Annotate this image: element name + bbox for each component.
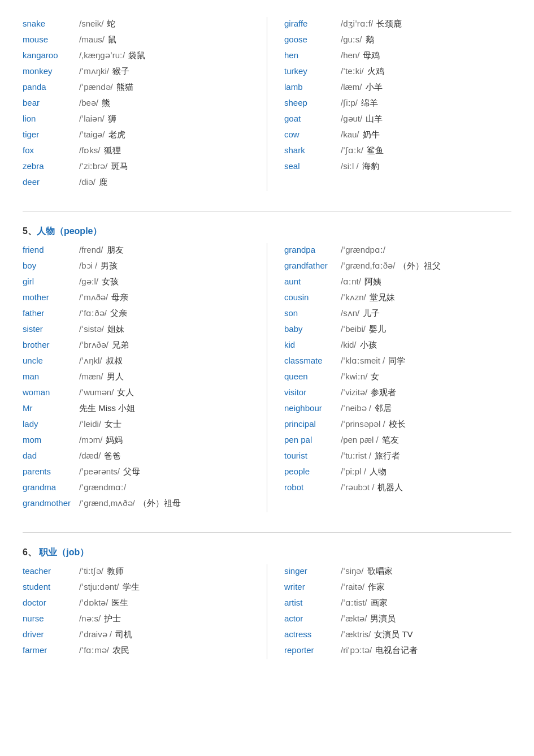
section-number: 5、 — [23, 226, 37, 236]
phonetic: /ˈæktə/ — [341, 612, 367, 625]
list-item: driver /ˈdraivə / 司机 — [23, 628, 250, 641]
list-item: dad /dæd/ 爸爸 — [23, 449, 250, 463]
word: mouse — [23, 33, 79, 46]
meaning: 女孩 — [102, 275, 119, 288]
word: seal — [284, 159, 341, 173]
phonetic: /ˈmʌðə/ — [79, 291, 108, 304]
word: giraffe — [284, 17, 341, 31]
meaning: 参观者 — [371, 386, 396, 399]
list-item: fox /fɒks/ 狐狸 — [23, 144, 250, 157]
meaning: 男人 — [107, 370, 124, 383]
word: fox — [23, 144, 79, 157]
phonetic: /ˈneibə / — [341, 401, 371, 415]
word: artist — [284, 596, 341, 610]
phonetic: /gəut/ — [341, 112, 362, 126]
word: boy — [23, 259, 79, 273]
list-item: shark /ˈʃɑːk/ 鲨鱼 — [284, 144, 511, 157]
list-item: grandma /ˈgrændmɑː/ — [23, 481, 250, 494]
meaning: 歌唱家 — [367, 564, 393, 578]
word: grandpa — [284, 243, 341, 257]
page-container: snake /sneik/ 蛇 mouse /maus/ 鼠 kangaroo … — [23, 17, 511, 671]
list-item: doctor /ˈdɒktə/ 医生 — [23, 596, 250, 610]
meaning: 鹿 — [99, 175, 107, 189]
word: hen — [284, 49, 341, 62]
word: cousin — [284, 291, 341, 304]
list-item: principal /ˈprinsəpəl / 校长 — [284, 417, 511, 431]
meaning: 长颈鹿 — [376, 17, 402, 31]
meaning: 男孩 — [101, 259, 118, 273]
list-item: classmate /ˈklɑːsmeit / 同学 — [284, 354, 511, 368]
list-item: father /ˈfɑːðə/ 父亲 — [23, 306, 250, 320]
word: friend — [23, 243, 79, 257]
list-item: baby /ˈbeibi/ 婴儿 — [284, 322, 511, 336]
phonetic: /frend/ — [79, 243, 103, 257]
section-divider — [23, 532, 511, 533]
phonetic: /dʒiˈrɑːf/ — [341, 17, 373, 31]
list-item: parents /ˈpeərənts/ 父母 — [23, 465, 250, 478]
phonetic: /gəːl/ — [79, 275, 98, 288]
phonetic: /mæn/ — [79, 370, 103, 383]
word: snake — [23, 17, 79, 31]
word: mom — [23, 433, 79, 447]
meaning: 蛇 — [107, 17, 115, 31]
phonetic: /ˈprinsəpəl / — [341, 417, 385, 431]
phonetic: /ˈklɑːsmeit / — [341, 354, 385, 368]
list-item: Mr 先生 Miss 小姐 — [23, 401, 250, 415]
animals-section: snake /sneik/ 蛇 mouse /maus/ 鼠 kangaroo … — [23, 17, 511, 191]
list-item: farmer /ˈfɑːmə/ 农民 — [23, 643, 250, 657]
word: parents — [23, 465, 79, 478]
list-item: teacher /ˈtiːtʃə/ 教师 — [23, 564, 250, 578]
meaning: 狐狸 — [104, 144, 121, 157]
phonetic: /beə/ — [79, 96, 98, 110]
list-item: man /mæn/ 男人 — [23, 370, 250, 383]
word: driver — [23, 628, 79, 641]
phonetic: /kid/ — [341, 338, 357, 352]
word: actress — [284, 628, 341, 641]
meaning: 画家 — [371, 596, 388, 610]
meaning: 兄弟 — [112, 338, 129, 352]
list-item: mother /ˈmʌðə/ 母亲 — [23, 291, 250, 304]
meaning: 女演员 TV — [374, 628, 413, 641]
word: classmate — [284, 354, 341, 368]
word: monkey — [23, 64, 79, 78]
meaning: 堂兄妹 — [370, 291, 395, 304]
section-number: 6、 — [23, 547, 37, 557]
phonetic: /ˈʃɑːk/ — [341, 144, 363, 157]
word: bear — [23, 96, 79, 110]
word: dad — [23, 449, 79, 463]
phonetic: /ˈpændə/ — [79, 80, 113, 94]
phonetic: /ˈmʌŋki/ — [79, 64, 109, 78]
people-right-column: grandpa /ˈgrændpɑː/ grandfather /ˈgrænd,… — [267, 243, 511, 512]
list-item: nurse /nəːs/ 护士 — [23, 612, 250, 625]
meaning: 母亲 — [111, 291, 128, 304]
people-left-column: friend /frend/ 朋友 boy /bɔi / 男孩 girl /gə… — [23, 243, 267, 512]
phonetic: /ˈstjuːdənt/ — [79, 580, 119, 594]
phonetic: /ˈleidi/ — [79, 417, 101, 431]
phonetic: /ˈteːki/ — [341, 64, 364, 78]
phonetic: /ˈɑːtist/ — [341, 596, 367, 610]
list-item: seal /siːl / 海豹 — [284, 159, 511, 173]
list-item: reporter /riˈpɔːtə/ 电视台记者 — [284, 643, 511, 657]
meaning: 校长 — [389, 417, 406, 431]
people-section-header: 5、人物（people） — [23, 226, 511, 237]
list-item: giraffe /dʒiˈrɑːf/ 长颈鹿 — [284, 17, 511, 31]
word: deer — [23, 175, 79, 189]
word: mother — [23, 291, 79, 304]
animals-right-column: giraffe /dʒiˈrɑːf/ 长颈鹿 goose /guːs/ 鹅 he… — [267, 17, 511, 191]
meaning: 人物 — [370, 465, 387, 478]
list-item: goat /gəut/ 山羊 — [284, 112, 511, 126]
word: aunt — [284, 275, 341, 288]
meaning: 邻居 — [375, 401, 392, 415]
phonetic: /ˈgrændmɑː/ — [79, 481, 126, 494]
meaning: 男演员 — [370, 612, 396, 625]
word: goat — [284, 112, 341, 126]
meaning: 火鸡 — [367, 64, 384, 78]
list-item: uncle /ˈʌŋkl/ 叔叔 — [23, 354, 250, 368]
word: grandfather — [284, 259, 341, 273]
word: tiger — [23, 128, 79, 141]
phonetic: /ˈæktris/ — [341, 628, 371, 641]
meaning: 机器人 — [377, 481, 403, 494]
meaning: 小羊 — [366, 80, 383, 94]
list-item: snake /sneik/ 蛇 — [23, 17, 250, 31]
list-item: people /ˈpiːpl / 人物 — [284, 465, 511, 478]
